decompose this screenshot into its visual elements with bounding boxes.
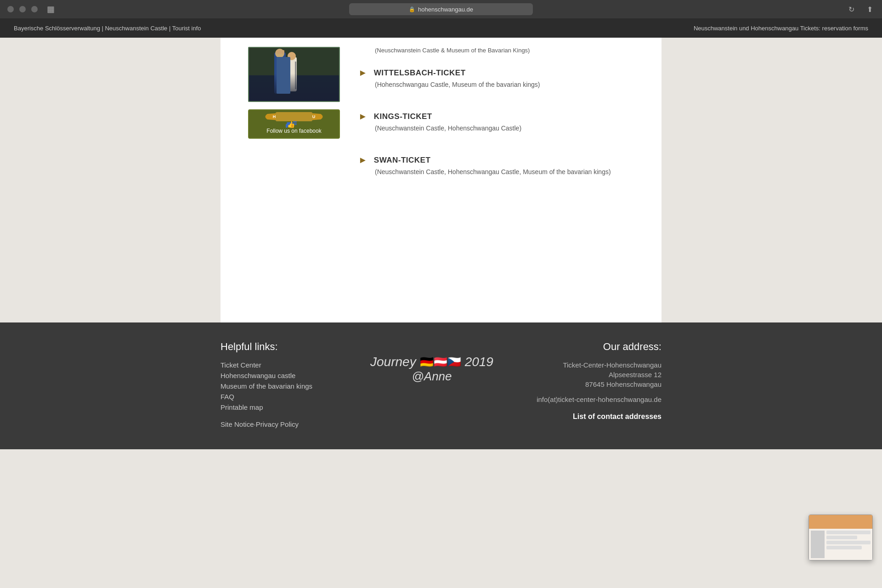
kings-ticket-desc: (Neuschwanstein Castle, Hohenschwangau C… [375, 124, 634, 132]
facebook-button[interactable]: HOHENSCHWANGAU 👍 Follow us on facebook [248, 109, 340, 139]
wittelsbach-ticket-desc: (Hohenschwangau Castle, Museum of the ba… [375, 81, 634, 88]
footer-address-section: Our address: Ticket-Center-Hohenschwanga… [514, 341, 662, 421]
footer-inner: Helpful links: Ticket Center Hohenschwan… [220, 341, 662, 431]
thumb-line-2 [826, 536, 857, 539]
kings-ticket-entry: ► KINGS-TICKET (Neuschwanstein Castle, H… [358, 111, 634, 132]
svg-text:HOHENSCHWANGAU: HOHENSCHWANGAU [273, 114, 316, 119]
nav-left-text[interactable]: Bayerische Schlösserverwaltung | Neuschw… [14, 25, 201, 32]
kings-ticket-header: ► KINGS-TICKET [358, 111, 634, 122]
list-of-contacts-link[interactable]: List of contact addresses [573, 413, 662, 420]
thumb-left-col [811, 531, 825, 558]
address-line-3: 87645 Hohenschwangau [514, 380, 662, 388]
footer-link-museum[interactable]: Museum of the bavarian kings [220, 382, 349, 390]
email-address: info(at)ticket-center-hohenschwangau.de [514, 396, 662, 403]
browser-dot-3 [31, 6, 38, 12]
left-column: HOHENSCHWANGAU 👍 Follow us on facebook [248, 47, 340, 175]
share-icon[interactable]: ⬆ [867, 5, 873, 14]
top-section: HOHENSCHWANGAU 👍 Follow us on facebook [248, 47, 634, 175]
address-text: hohenschwangau.de [418, 6, 473, 13]
address-line-1: Ticket-Center-Hohenschwangau [514, 361, 662, 369]
footer-branding: Journey 🇩🇪🇦🇹🇨🇿 2019 @Anne [370, 341, 493, 384]
footer-link-hohenschwangau[interactable]: Hohenschwangau castle [220, 372, 349, 379]
footer: Helpful links: Ticket Center Hohenschwan… [0, 322, 882, 449]
swan-ticket-header: ► SWAN-TICKET [358, 155, 634, 165]
castle-image-svg [249, 48, 340, 102]
wittelsbach-ticket-entry: ► WITTELSBACH-TICKET (Hohenschwangau Cas… [358, 68, 634, 88]
lock-icon: 🔒 [409, 6, 415, 12]
footer-link-ticket-center[interactable]: Ticket Center [220, 361, 349, 369]
thumb-body [809, 529, 872, 560]
kings-ticket-name[interactable]: KINGS-TICKET [374, 112, 432, 121]
flag-icons: 🇩🇪🇦🇹🇨🇿 [420, 356, 461, 368]
facebook-label: Follow us on facebook [249, 128, 339, 134]
footer-link-faq[interactable]: FAQ [220, 393, 349, 401]
cutoff-text: (Neuschwanstein Castle & Museum of the B… [375, 47, 634, 54]
refresh-icon[interactable]: ↻ [848, 5, 854, 14]
footer-link-map[interactable]: Printable map [220, 403, 349, 411]
nav-bar: Bayerische Schlösserverwaltung | Neuschw… [0, 18, 882, 38]
address-line-2: Alpseestrasse 12 [514, 371, 662, 379]
right-column: (Neuschwanstein Castle & Museum of the B… [358, 47, 634, 175]
svg-rect-4 [276, 50, 284, 54]
address-title: Our address: [514, 341, 662, 353]
thumb-line-4 [826, 546, 862, 549]
wittelsbach-ticket-name[interactable]: WITTELSBACH-TICKET [374, 68, 466, 78]
svg-point-6 [288, 52, 296, 60]
svg-rect-7 [295, 62, 296, 89]
anne-line: @Anne [412, 369, 452, 384]
thumb-top-bar [809, 515, 872, 529]
journey-text: Journey [370, 355, 416, 369]
nav-right-text[interactable]: Neuschwanstein und Hohenschwangau Ticket… [694, 25, 868, 32]
wittelsbach-arrow-icon: ► [358, 68, 368, 78]
thumb-line-1 [826, 531, 871, 534]
castle-image [248, 47, 340, 102]
browser-chrome: ▦ 🔒 hohenschwangau.de ↻ ⬆ [0, 0, 882, 18]
sidebar-toggle-icon[interactable]: ▦ [47, 4, 55, 14]
footer-links-section: Helpful links: Ticket Center Hohenschwan… [220, 341, 349, 431]
main-content: HOHENSCHWANGAU 👍 Follow us on facebook [220, 38, 662, 322]
svg-rect-2 [274, 52, 286, 94]
address-bar[interactable]: 🔒 hohenschwangau.de [349, 3, 533, 15]
page-background: HOHENSCHWANGAU 👍 Follow us on facebook [0, 38, 882, 449]
swan-ticket-entry: ► SWAN-TICKET (Neuschwanstein Castle, Ho… [358, 155, 634, 175]
floating-screenshot-thumbnail [808, 514, 873, 560]
kings-arrow-icon: ► [358, 111, 368, 122]
footer-bottom-links: Site Notice · Privacy Policy [220, 420, 349, 431]
helpful-links-title: Helpful links: [220, 341, 349, 353]
swan-ticket-name[interactable]: SWAN-TICKET [374, 156, 431, 165]
year-text: 2019 [465, 355, 493, 369]
thumb-line-3 [826, 541, 871, 544]
swan-ticket-desc: (Neuschwanstein Castle, Hohenschwangau C… [375, 168, 634, 175]
browser-dot-2 [19, 6, 26, 12]
swan-arrow-icon: ► [358, 155, 368, 165]
site-notice-link[interactable]: Site Notice [220, 420, 254, 428]
browser-dot-1 [7, 6, 14, 12]
wittelsbach-ticket-header: ► WITTELSBACH-TICKET [358, 68, 634, 78]
journey-line: Journey 🇩🇪🇦🇹🇨🇿 2019 [370, 355, 493, 369]
privacy-policy-link[interactable]: Privacy Policy [256, 420, 299, 428]
svg-rect-1 [249, 75, 340, 102]
thumb-right-col [826, 531, 871, 558]
main-container: ▦ 🔒 hohenschwangau.de ↻ ⬆ Bayerische Sch… [0, 0, 882, 449]
